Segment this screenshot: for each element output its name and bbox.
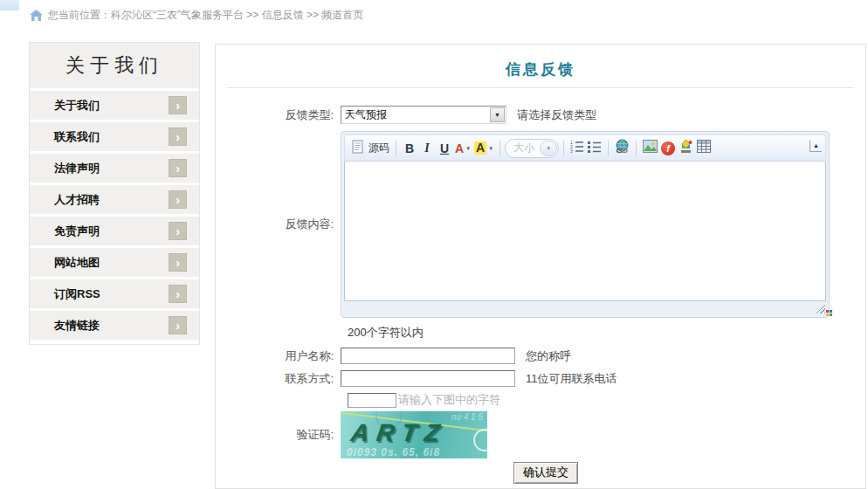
sidebar-item-label: 联系我们: [54, 129, 100, 145]
bold-icon: B: [405, 141, 414, 155]
dropdown-caret-icon: ▼: [488, 146, 493, 151]
captcha-input[interactable]: [348, 393, 396, 408]
sidebar-item-label: 友情链接: [54, 318, 100, 334]
captcha-input-row: 请输入下图中的字符: [216, 392, 865, 408]
text-color-button[interactable]: A ▼: [453, 139, 472, 158]
bullet-list-icon: [588, 140, 602, 157]
underline-icon: U: [440, 141, 449, 155]
captcha-noise-circle: [473, 429, 487, 451]
feedback-type-label: 反馈类型:: [216, 107, 341, 123]
insert-flash-button[interactable]: f: [659, 139, 677, 158]
toolbar-separator: [499, 141, 500, 156]
main-panel: 信息反馈 反馈类型: 天气预报 ▼ 请选择反馈类型 反馈内容: 源码: [215, 44, 866, 489]
font-size-label: 大小: [513, 141, 534, 155]
font-size-combo[interactable]: 大小 ▼: [505, 139, 559, 158]
char-limit-hint: 200个字符以内: [348, 325, 865, 341]
sidebar-item-legal[interactable]: 法律声明 ›: [30, 154, 199, 183]
username-input[interactable]: [341, 348, 515, 364]
feedback-type-hint: 请选择反馈类型: [517, 107, 596, 123]
flash-icon: f: [661, 141, 675, 155]
chevron-right-icon[interactable]: ›: [169, 285, 187, 303]
collapse-toolbar-icon[interactable]: ▲: [809, 140, 822, 152]
chevron-right-icon[interactable]: ›: [169, 190, 187, 209]
feedback-type-select[interactable]: 天气预报 ▼: [341, 106, 506, 124]
captcha-text: ARTZ: [349, 419, 450, 447]
svg-text:3: 3: [570, 148, 573, 154]
chevron-right-icon[interactable]: ›: [169, 127, 187, 146]
captcha-row: 验证码: nu 4 1 5 0i093 0s. 65, 6i8 ARTZ: [216, 411, 865, 458]
numbered-list-button[interactable]: 1 2 3: [568, 139, 586, 158]
sidebar-item-contact[interactable]: 联系我们 ›: [30, 122, 199, 151]
dropdown-arrow-icon[interactable]: ▼: [490, 107, 505, 122]
sidebar-item-jobs[interactable]: 人才招聘 ›: [30, 185, 199, 214]
italic-button[interactable]: I: [418, 139, 436, 158]
toolbar-separator: [636, 141, 637, 156]
source-doc-icon: [352, 140, 364, 157]
insert-image-button[interactable]: [641, 139, 659, 158]
submit-row: 确认提交: [216, 462, 865, 484]
chevron-right-icon[interactable]: ›: [169, 159, 187, 177]
bullet-list-button[interactable]: [586, 139, 603, 158]
captcha-label: 验证码:: [216, 427, 341, 443]
table-icon: [697, 140, 711, 156]
richtext-editor: 源码 B I U A ▼: [341, 131, 830, 318]
editor-bottom-bar: [344, 301, 826, 314]
captcha-noise-text: nu 4 1 5: [451, 412, 483, 422]
insert-graphics-button[interactable]: [677, 139, 695, 158]
source-button[interactable]: 源码: [350, 139, 391, 158]
image-icon: [643, 140, 658, 156]
bg-color-button[interactable]: A ▼: [472, 139, 495, 158]
underline-button[interactable]: U: [436, 139, 453, 158]
breadcrumb-text[interactable]: 您当前位置：科尔沁区“三农”气象服务平台 >> 信息反馈 >> 频道首页: [48, 8, 363, 23]
toolbar-separator: [563, 141, 564, 156]
feedback-content-label: 反馈内容:: [216, 217, 341, 232]
home-icon: [30, 10, 43, 22]
sidebar-item-links[interactable]: 友情链接 ›: [30, 311, 199, 340]
chevron-right-icon[interactable]: ›: [169, 222, 187, 240]
numbered-list-icon: 1 2 3: [570, 140, 584, 157]
captcha-image[interactable]: nu 4 1 5 0i093 0s. 65, 6i8 ARTZ: [341, 411, 487, 458]
source-label: 源码: [369, 141, 389, 155]
insert-link-button[interactable]: [613, 139, 631, 158]
italic-icon: I: [424, 141, 429, 155]
dropdown-caret-icon: ▼: [465, 146, 471, 151]
username-label: 用户名称:: [216, 348, 341, 364]
toolbar-separator: [608, 141, 609, 156]
username-row: 用户名称: 您的称呼: [216, 348, 865, 364]
chevron-right-icon[interactable]: ›: [169, 316, 187, 334]
page-title: 信息反馈: [216, 59, 865, 79]
contact-row: 联系方式: 11位可用联系电话: [216, 370, 865, 387]
bold-button[interactable]: B: [401, 139, 418, 158]
resize-grip-icon[interactable]: [814, 302, 825, 313]
chevron-right-icon[interactable]: ›: [169, 253, 187, 272]
captcha-input-hint: 请输入下图中的字符: [398, 392, 500, 408]
graphics-icon: [679, 140, 693, 157]
sidebar-item-label: 网站地图: [54, 255, 100, 271]
feedback-content-row: 反馈内容: 源码 B I: [216, 131, 865, 318]
flash-letter: f: [666, 143, 670, 154]
captcha-noise-text: 0i093 0s. 65, 6i8: [347, 446, 440, 458]
sidebar-item-rss[interactable]: 订阅RSS ›: [30, 279, 199, 308]
toolbar-separator: [396, 141, 396, 156]
title-divider: [227, 87, 854, 88]
sidebar-item-label: 法律声明: [54, 161, 100, 176]
breadcrumb: 您当前位置：科尔沁区“三农”气象服务平台 >> 信息反馈 >> 频道首页: [30, 8, 363, 23]
submit-button[interactable]: 确认提交: [513, 462, 578, 484]
link-globe-icon: [615, 139, 630, 157]
chevron-right-icon[interactable]: ›: [169, 96, 187, 114]
insert-table-button[interactable]: [695, 139, 713, 158]
contact-input[interactable]: [341, 370, 515, 387]
sidebar-item-sitemap[interactable]: 网站地图 ›: [30, 248, 199, 277]
top-left-decoration: [0, 0, 19, 10]
sidebar-item-about[interactable]: 关于我们 ›: [30, 91, 199, 120]
sidebar-item-disclaimer[interactable]: 免责声明 ›: [30, 217, 199, 245]
sidebar-item-label: 关于我们: [54, 98, 100, 114]
font-size-dropdown-icon[interactable]: ▼: [540, 141, 557, 156]
sidebar-item-label: 免责声明: [54, 224, 100, 239]
sidebar-item-label: 人才招聘: [54, 192, 100, 208]
contact-hint: 11位可用联系电话: [526, 371, 617, 387]
color-dots-icon: [826, 310, 832, 316]
sidebar: 关于我们 关于我们 › 联系我们 › 法律声明 › 人才招聘 › 免责声明 › …: [29, 42, 200, 345]
editor-content-area[interactable]: [344, 162, 826, 301]
sidebar-title: 关于我们: [30, 43, 199, 88]
